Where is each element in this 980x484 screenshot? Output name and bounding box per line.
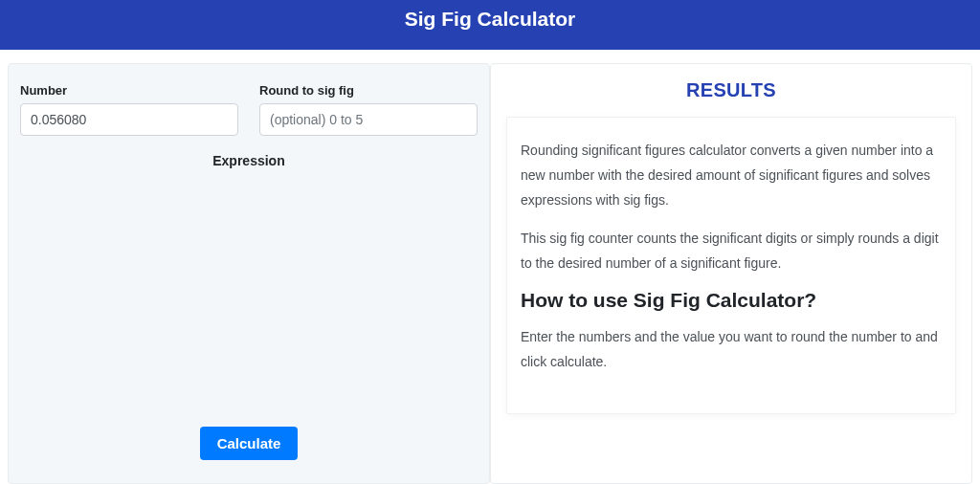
results-paragraph-2: This sig fig counter counts the signific… xyxy=(521,227,942,276)
page-header: Sig Fig Calculator xyxy=(0,0,980,50)
input-panel: Number Round to sig fig Expression Calcu… xyxy=(8,63,490,484)
round-field-group: Round to sig fig xyxy=(259,83,478,136)
number-input[interactable] xyxy=(20,103,238,136)
results-panel: RESULTS Rounding significant figures cal… xyxy=(490,63,972,484)
number-label: Number xyxy=(20,83,238,98)
number-field-group: Number xyxy=(20,83,238,136)
round-input[interactable] xyxy=(259,103,478,136)
spacer xyxy=(20,168,478,427)
main-container: Number Round to sig fig Expression Calcu… xyxy=(0,50,980,484)
results-card: Rounding significant figures calculator … xyxy=(506,117,956,414)
page-title: Sig Fig Calculator xyxy=(0,8,980,31)
results-paragraph-1: Rounding significant figures calculator … xyxy=(521,139,942,213)
input-row: Number Round to sig fig xyxy=(20,83,478,136)
results-heading: How to use Sig Fig Calculator? xyxy=(521,289,942,312)
results-paragraph-3: Enter the numbers and the value you want… xyxy=(521,325,942,375)
results-title: RESULTS xyxy=(495,79,968,101)
calculate-button[interactable]: Calculate xyxy=(200,427,299,460)
expression-label: Expression xyxy=(20,153,478,168)
round-label: Round to sig fig xyxy=(259,83,478,98)
